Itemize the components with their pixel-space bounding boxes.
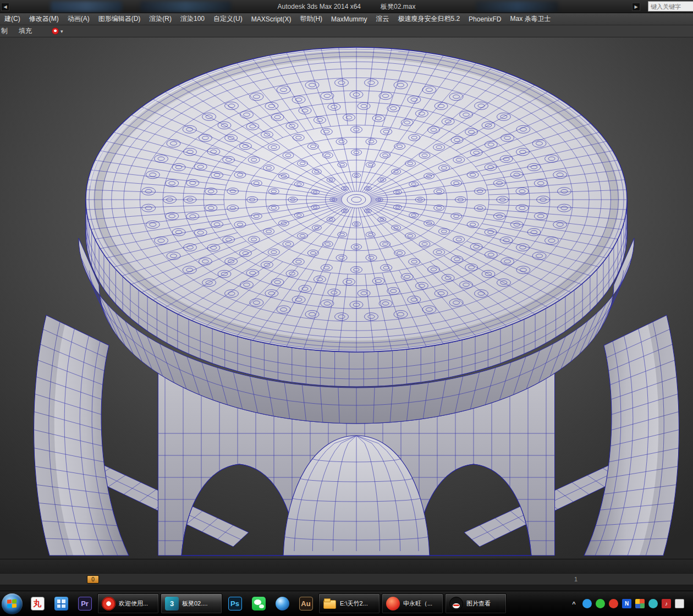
toolbar-item-fill[interactable]: 填充 [13, 26, 37, 36]
taskbar-window-label: 板凳02.... [182, 600, 207, 608]
menu-item[interactable]: 动画(A) [63, 13, 94, 25]
red-dot-icon[interactable] [609, 599, 618, 608]
sub-toolbar: 制 填充 ▾ [0, 25, 693, 37]
window-title: Autodesk 3ds Max 2014 x64 板凳02.max [278, 0, 416, 13]
folder-icon [323, 597, 337, 610]
premiere-icon: Pr [78, 597, 92, 610]
audition-icon: Au [299, 597, 313, 610]
green-dot-icon[interactable] [596, 599, 605, 608]
grid-color-icon[interactable] [635, 599, 645, 608]
photoshop-icon: Ps [228, 597, 242, 610]
taskbar-app-button[interactable]: 丸 [26, 593, 48, 614]
max-doc-icon: 3 [165, 597, 179, 610]
toolbar-dropdown[interactable]: ▾ [52, 28, 63, 35]
record-icon [52, 28, 59, 35]
taskbar-window-label: 欢迎使用... [119, 600, 148, 608]
app-title: Autodesk 3ds Max 2014 x64 [278, 3, 361, 10]
note-app-icon[interactable]: ♪ [662, 599, 671, 608]
n-app-icon[interactable]: N [622, 599, 631, 608]
app-window: ◀ Autodesk 3ds Max 2014 x64 板凳02.max ▶ 建… [0, 0, 693, 616]
menu-item[interactable]: 修改器(M) [25, 13, 63, 25]
titlebar: ◀ Autodesk 3ds Max 2014 x64 板凳02.max ▶ [0, 0, 693, 13]
time-slider[interactable]: 0 1 [0, 573, 693, 585]
viewport-canvas[interactable] [0, 37, 693, 559]
chevron-up-icon[interactable]: ^ [569, 599, 579, 608]
stool-wireframe-model [0, 37, 693, 559]
menu-item[interactable]: PhoenixFD [464, 13, 505, 25]
taskbar-window-label: 图片查看 [466, 600, 491, 608]
taskbar-app-button[interactable]: Pr [74, 593, 96, 614]
taskbar-app-button[interactable] [271, 593, 293, 614]
wan-app-icon: 丸 [31, 597, 45, 610]
menu-item[interactable]: 渲云 [371, 13, 393, 25]
menu-item[interactable]: MaxMummy [327, 13, 371, 25]
taskbar-window-button[interactable]: 申永旺（... [382, 593, 443, 614]
taskbar-app-button[interactable] [248, 593, 270, 614]
status-strip [0, 585, 693, 591]
document-title: 板凳02.max [381, 2, 415, 12]
taskbar-window-label: 申永旺（... [403, 600, 432, 608]
track-bar[interactable] [0, 559, 693, 573]
start-button[interactable] [2, 593, 23, 614]
menu-item[interactable]: 建(C) [0, 13, 25, 25]
taskbar-window-button[interactable]: E:\天竹2... [318, 593, 380, 614]
taskbar: 丸Pr欢迎使用...3板凳02....PsAuE:\天竹2...申永旺（...图… [0, 591, 693, 616]
titlebar-thumbnail-artifact [51, 1, 122, 12]
menu-item[interactable]: 极速瘦身安全归档5.2 [393, 13, 464, 25]
titlebar-thumbnail-artifact [140, 1, 231, 12]
taskbar-window-button[interactable]: 图片查看 [445, 593, 507, 614]
menu-item[interactable]: 自定义(U) [209, 13, 247, 25]
taskbar-app-button[interactable]: Ps [224, 593, 246, 614]
system-tray: ^N♪ [569, 599, 690, 608]
menubar: 建(C)修改器(M)动画(A)图形编辑器(D)渲染(R)渲染100自定义(U)M… [0, 13, 693, 25]
time-slider-handle[interactable]: 0 [87, 575, 99, 584]
menu-item[interactable]: Max 杀毒卫士 [505, 13, 555, 25]
toolbar-scroll-right-icon[interactable]: ▶ [632, 3, 640, 11]
qq-icon [449, 597, 463, 610]
menu-item[interactable]: MAXScript(X) [247, 13, 296, 25]
taskbar-window-button[interactable]: 欢迎使用... [97, 593, 159, 614]
search-input[interactable] [648, 1, 693, 12]
menu-item[interactable]: 帮助(H) [295, 13, 327, 25]
wechat-icon [252, 597, 266, 610]
white-app-icon[interactable] [675, 599, 684, 608]
toolbar-item-draw[interactable]: 制 [0, 26, 13, 36]
taskbar-window-button[interactable]: 3板凳02.... [161, 593, 222, 614]
welcome-app-icon [102, 597, 116, 610]
red-orb-icon [386, 597, 400, 610]
tiles-app-icon [54, 597, 68, 610]
taskbar-app-button[interactable] [50, 593, 72, 614]
blue-dot-icon[interactable] [582, 599, 592, 608]
chevron-down-icon: ▾ [61, 29, 63, 34]
titlebar-thumbnail-artifact [476, 1, 558, 12]
menu-item[interactable]: 图形编辑器(D) [94, 13, 145, 25]
windows-flag-icon [7, 599, 16, 608]
taskbar-window-label: E:\天竹2... [340, 600, 368, 608]
menu-item[interactable]: 渲染(R) [145, 13, 176, 25]
timeline-tick-label: 1 [574, 576, 578, 582]
browser-icon [276, 597, 289, 610]
menu-item[interactable]: 渲染100 [176, 13, 209, 25]
taskbar-app-button[interactable]: Au [295, 593, 317, 614]
teal-dot-icon[interactable] [648, 599, 658, 608]
toolbar-scroll-left-icon[interactable]: ◀ [1, 3, 9, 11]
